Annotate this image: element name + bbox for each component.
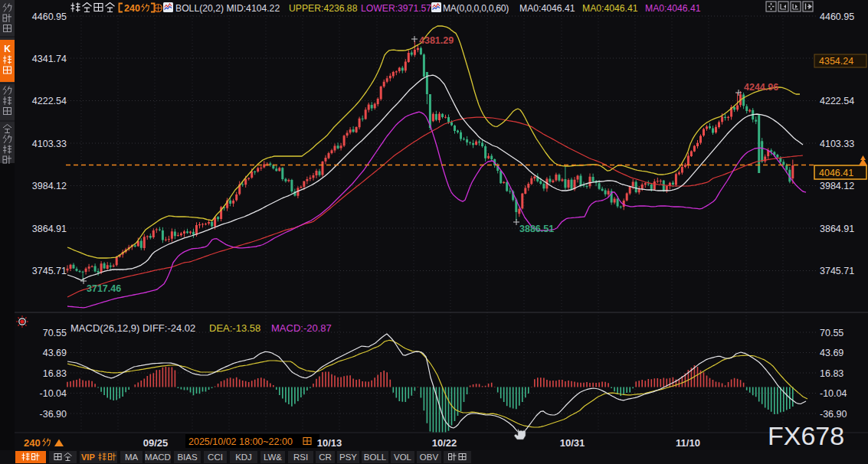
svg-text:3717.46: 3717.46 bbox=[87, 283, 121, 294]
svg-text:3745.71: 3745.71 bbox=[820, 266, 854, 276]
svg-text:OBV: OBV bbox=[420, 453, 439, 462]
svg-text:-10.04: -10.04 bbox=[40, 388, 67, 399]
svg-text:3745.71: 3745.71 bbox=[32, 266, 67, 276]
svg-text:4103.33: 4103.33 bbox=[820, 139, 854, 149]
svg-text:11/10: 11/10 bbox=[676, 437, 700, 449]
svg-text:VIP: VIP bbox=[81, 453, 95, 462]
svg-text:-36.90: -36.90 bbox=[40, 409, 67, 420]
svg-text:3984.12: 3984.12 bbox=[32, 181, 67, 191]
svg-text:FX678: FX678 bbox=[768, 421, 844, 450]
svg-text:MA0:4046.41: MA0:4046.41 bbox=[645, 3, 701, 14]
svg-text:4460.95: 4460.95 bbox=[32, 11, 67, 22]
svg-text:4341.74: 4341.74 bbox=[32, 54, 67, 64]
svg-text:4354.24: 4354.24 bbox=[819, 56, 853, 67]
svg-text:RSI: RSI bbox=[293, 453, 308, 462]
svg-text:LW&: LW& bbox=[264, 453, 282, 462]
svg-text:4046.41: 4046.41 bbox=[819, 168, 853, 178]
svg-text:DEA:-13.58: DEA:-13.58 bbox=[209, 322, 260, 334]
svg-text:43.69: 43.69 bbox=[820, 348, 843, 358]
svg-text:2025/10/02 18:00~22:00: 2025/10/02 18:00~22:00 bbox=[188, 436, 293, 447]
svg-text:BOLL: BOLL bbox=[364, 453, 387, 462]
svg-text:MACD:-20.87: MACD:-20.87 bbox=[271, 322, 332, 334]
svg-text:MACD: MACD bbox=[145, 453, 171, 462]
svg-text:CR: CR bbox=[319, 453, 332, 462]
svg-text:43.69: 43.69 bbox=[43, 348, 67, 358]
svg-text:10/13: 10/13 bbox=[317, 437, 342, 449]
svg-text:BIAS: BIAS bbox=[177, 453, 198, 462]
svg-text:-36.90: -36.90 bbox=[820, 409, 847, 420]
svg-text:UPPER:4236.88: UPPER:4236.88 bbox=[289, 3, 358, 14]
svg-text:4381.29: 4381.29 bbox=[419, 35, 454, 46]
svg-text:-10.04: -10.04 bbox=[820, 388, 847, 399]
svg-text:KDJ: KDJ bbox=[235, 453, 252, 462]
svg-text:09/25: 09/25 bbox=[143, 437, 169, 449]
svg-text:MA0:4046.41: MA0:4046.41 bbox=[519, 3, 575, 14]
svg-text:240: 240 bbox=[24, 437, 41, 449]
svg-text:4244.96: 4244.96 bbox=[744, 82, 778, 93]
svg-text:BOLL(20,2) MID:4104.22: BOLL(20,2) MID:4104.22 bbox=[175, 3, 280, 14]
svg-text:LOWER:3971.57: LOWER:3971.57 bbox=[361, 3, 431, 14]
svg-text:16.83: 16.83 bbox=[820, 368, 843, 379]
svg-text:240: 240 bbox=[124, 3, 140, 14]
svg-text:10/22: 10/22 bbox=[432, 437, 457, 449]
svg-text:70.55: 70.55 bbox=[820, 328, 843, 338]
svg-text:10/31: 10/31 bbox=[560, 437, 585, 449]
svg-text:4103.33: 4103.33 bbox=[32, 139, 67, 149]
svg-text:MACD(26,12,9) DIFF:-24.02: MACD(26,12,9) DIFF:-24.02 bbox=[70, 322, 195, 334]
svg-text:3984.12: 3984.12 bbox=[820, 181, 854, 191]
svg-text:MA0:4046.41: MA0:4046.41 bbox=[582, 3, 638, 14]
svg-text:K: K bbox=[4, 44, 11, 54]
svg-text:3886.51: 3886.51 bbox=[519, 224, 554, 234]
svg-text:VOL: VOL bbox=[394, 453, 412, 462]
svg-text:70.55: 70.55 bbox=[43, 328, 67, 338]
svg-text:4460.95: 4460.95 bbox=[820, 11, 854, 22]
svg-text:PSY: PSY bbox=[339, 453, 357, 462]
svg-text:4222.54: 4222.54 bbox=[32, 96, 67, 106]
svg-text:MA: MA bbox=[125, 453, 139, 462]
svg-text:3864.91: 3864.91 bbox=[32, 224, 67, 234]
svg-text:MA(0,0,0,0,0,60): MA(0,0,0,0,0,60) bbox=[443, 3, 509, 14]
svg-text:3864.91: 3864.91 bbox=[820, 224, 854, 234]
svg-text:CCI: CCI bbox=[208, 453, 223, 462]
svg-text:4222.54: 4222.54 bbox=[820, 96, 854, 106]
svg-text:16.83: 16.83 bbox=[43, 368, 67, 379]
